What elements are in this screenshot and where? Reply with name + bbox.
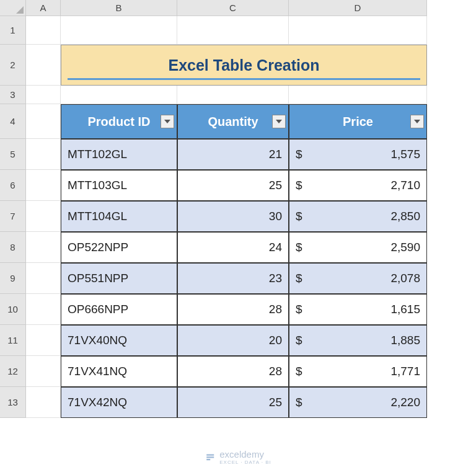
filter-button[interactable]	[272, 115, 286, 128]
price-amount: 1,575	[390, 148, 420, 161]
cell-quantity[interactable]: 23	[177, 263, 289, 294]
cell-product-id[interactable]: OP551NPP	[61, 263, 177, 294]
filter-button[interactable]	[410, 115, 424, 128]
cell-product-id[interactable]: 71VX40NQ	[61, 325, 177, 356]
cell[interactable]	[26, 104, 61, 139]
row-header-11[interactable]: 11	[0, 325, 26, 356]
price-amount: 2,590	[390, 241, 420, 254]
cell-price[interactable]: $2,078	[289, 263, 427, 294]
cell[interactable]	[26, 325, 61, 356]
cell-quantity[interactable]: 28	[177, 356, 289, 387]
watermark: exceldemy EXCEL · DATA · BI	[205, 449, 271, 465]
row-header-8[interactable]: 8	[0, 232, 26, 263]
cell-price[interactable]: $1,885	[289, 325, 427, 356]
currency-symbol: $	[296, 241, 302, 254]
cell-quantity[interactable]: 30	[177, 201, 289, 232]
col-header-d[interactable]: D	[289, 0, 427, 16]
page-title[interactable]: Excel Table Creation	[61, 45, 427, 86]
cell-product-id[interactable]: OP666NPP	[61, 294, 177, 325]
price-amount: 2,078	[390, 272, 420, 285]
row-header-3[interactable]: 3	[0, 86, 26, 104]
cell-quantity[interactable]: 28	[177, 294, 289, 325]
cell[interactable]	[26, 387, 61, 418]
cell[interactable]	[289, 86, 427, 104]
cell[interactable]	[26, 294, 61, 325]
cell-price[interactable]: $2,220	[289, 387, 427, 418]
cell[interactable]	[61, 86, 177, 104]
cell-quantity[interactable]: 24	[177, 232, 289, 263]
row-header-6[interactable]: 6	[0, 170, 26, 201]
row-header-2[interactable]: 2	[0, 45, 26, 86]
header-price[interactable]: Price	[289, 104, 427, 139]
cell[interactable]	[26, 86, 61, 104]
cell[interactable]	[26, 170, 61, 201]
header-product-id[interactable]: Product ID	[61, 104, 177, 139]
cell-quantity[interactable]: 21	[177, 139, 289, 170]
cell-price[interactable]: $2,850	[289, 201, 427, 232]
cell-product-id[interactable]: OP522NPP	[61, 232, 177, 263]
cell[interactable]	[177, 16, 289, 45]
chevron-down-icon	[164, 120, 170, 123]
row-header-1[interactable]: 1	[0, 16, 26, 45]
currency-symbol: $	[296, 272, 302, 285]
select-all-corner[interactable]	[0, 0, 26, 16]
title-text: Excel Table Creation	[168, 56, 319, 74]
cell-product-id[interactable]: MTT103GL	[61, 170, 177, 201]
row-headers: 1 2 3 4 5 6 7 8 9 10 11 12 13	[0, 16, 26, 418]
header-quantity[interactable]: Quantity	[177, 104, 289, 139]
filter-button[interactable]	[161, 115, 174, 128]
cell-quantity[interactable]: 20	[177, 325, 289, 356]
row-header-9[interactable]: 9	[0, 263, 26, 294]
cell-price[interactable]: $1,771	[289, 356, 427, 387]
price-amount: 2,710	[390, 179, 420, 192]
cell[interactable]	[26, 201, 61, 232]
cell[interactable]	[26, 16, 61, 45]
cell[interactable]	[26, 232, 61, 263]
price-amount: 1,771	[390, 365, 420, 378]
cell-product-id[interactable]: MTT102GL	[61, 139, 177, 170]
price-amount: 1,615	[390, 303, 420, 316]
cell-quantity[interactable]: 25	[177, 387, 289, 418]
cell-quantity[interactable]: 25	[177, 170, 289, 201]
cell-price[interactable]: $1,615	[289, 294, 427, 325]
cell[interactable]	[26, 263, 61, 294]
watermark-name: exceldemy	[219, 449, 264, 459]
spreadsheet: A B C D 1 2 3 4 5 6 7 8 9 10 11 12 13 Ex…	[0, 0, 476, 475]
price-amount: 1,885	[390, 334, 420, 347]
cell[interactable]	[289, 16, 427, 45]
row-header-13[interactable]: 13	[0, 387, 26, 418]
row-header-10[interactable]: 10	[0, 294, 26, 325]
cell[interactable]	[177, 86, 289, 104]
row-header-12[interactable]: 12	[0, 356, 26, 387]
logo-icon	[205, 451, 216, 463]
cell[interactable]	[26, 45, 61, 86]
cell[interactable]	[26, 356, 61, 387]
row-header-5[interactable]: 5	[0, 139, 26, 170]
cell-product-id[interactable]: 71VX41NQ	[61, 356, 177, 387]
currency-symbol: $	[296, 210, 302, 223]
chevron-down-icon	[414, 120, 420, 123]
col-header-c[interactable]: C	[177, 0, 289, 16]
price-amount: 2,220	[390, 396, 420, 409]
cell-price[interactable]: $2,710	[289, 170, 427, 201]
currency-symbol: $	[296, 365, 302, 378]
currency-symbol: $	[296, 148, 302, 161]
cell-product-id[interactable]: 71VX42NQ	[61, 387, 177, 418]
cell-price[interactable]: $2,590	[289, 232, 427, 263]
currency-symbol: $	[296, 396, 302, 409]
cell[interactable]	[61, 16, 177, 45]
col-header-a[interactable]: A	[26, 0, 61, 16]
header-label: Product ID	[87, 115, 150, 129]
currency-symbol: $	[296, 303, 302, 316]
cell[interactable]	[26, 139, 61, 170]
watermark-tagline: EXCEL · DATA · BI	[219, 459, 271, 465]
grid: Excel Table Creation Product ID Quantity	[26, 16, 427, 418]
header-label: Price	[343, 115, 373, 129]
row-header-7[interactable]: 7	[0, 201, 26, 232]
currency-symbol: $	[296, 334, 302, 347]
col-header-b[interactable]: B	[61, 0, 177, 16]
cell-price[interactable]: $1,575	[289, 139, 427, 170]
header-label: Quantity	[208, 115, 258, 129]
row-header-4[interactable]: 4	[0, 104, 26, 139]
cell-product-id[interactable]: MTT104GL	[61, 201, 177, 232]
